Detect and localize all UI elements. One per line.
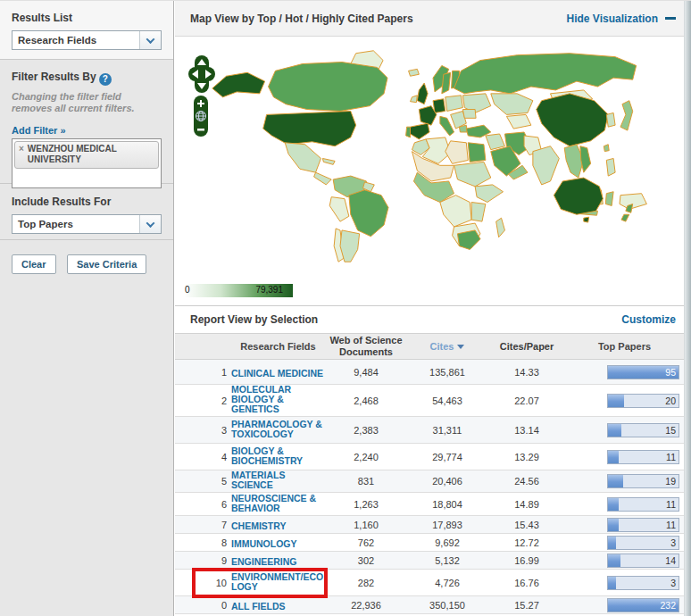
- cites-cell: 31,311: [407, 425, 487, 436]
- add-filter-link[interactable]: Add Filter »: [12, 125, 66, 136]
- map-pan-control[interactable]: [188, 54, 215, 97]
- include-results-select[interactable]: Top Papers: [12, 214, 162, 234]
- cites-cell: 17,893: [407, 520, 487, 530]
- table-body: 1 CLINICAL MEDICINE 9,484 135,861 14.33 …: [175, 360, 691, 614]
- results-list-value: Research Fields: [12, 35, 139, 46]
- docs-cell: 282: [325, 578, 407, 588]
- rank-cell: 7: [182, 520, 227, 530]
- rank-cell: 3: [182, 425, 227, 436]
- docs-cell: 762: [325, 537, 407, 548]
- report-view-title: Report View by Selection: [190, 313, 621, 326]
- docs-cell: 2,468: [325, 395, 407, 406]
- rank-cell: 9: [182, 555, 227, 566]
- cites-paper-cell: 15.27: [487, 600, 566, 611]
- filter-tag[interactable]: × WENZHOU MEDICAL UNIVERSITY: [14, 141, 159, 169]
- field-link[interactable]: PHARMACOLOGY & TOXICOLOGY: [231, 420, 325, 439]
- top-papers-value: 15: [665, 425, 676, 436]
- docs-cell: 2,383: [325, 425, 407, 436]
- chevron-down-icon[interactable]: [139, 215, 161, 233]
- sort-desc-icon: [457, 345, 464, 349]
- cites-paper-cell: 22.07: [487, 395, 566, 406]
- top-papers-bar: 3: [607, 536, 679, 550]
- field-link[interactable]: MATERIALS SCIENCE: [231, 470, 325, 490]
- save-criteria-button[interactable]: Save Criteria: [67, 254, 146, 274]
- col-research-fields[interactable]: Research Fields: [231, 341, 325, 353]
- top-papers-bar: 15: [607, 423, 679, 437]
- cites-paper-cell: 24.56: [487, 476, 566, 487]
- field-link[interactable]: CHEMISTRY: [231, 521, 286, 531]
- chevron-down-icon[interactable]: [139, 31, 161, 49]
- field-link[interactable]: CLINICAL MEDICINE: [231, 369, 323, 379]
- top-papers-bar: 19: [607, 474, 679, 488]
- top-papers-bar: 11: [607, 497, 679, 512]
- map-legend: 0 79,391: [182, 284, 293, 297]
- top-papers-bar: 3: [607, 576, 679, 590]
- cites-cell: 9,692: [407, 537, 487, 548]
- cites-paper-cell: 16.76: [487, 578, 566, 588]
- docs-cell: 302: [325, 555, 407, 566]
- field-link[interactable]: BIOLOGY & BIOCHEMISTRY: [231, 446, 325, 466]
- rank-cell: 1: [182, 367, 227, 378]
- filter-tag-label: WENZHOU MEDICAL UNIVERSITY: [28, 144, 154, 165]
- cites-cell: 5,132: [407, 555, 487, 566]
- help-icon[interactable]: ?: [99, 73, 112, 86]
- top-papers-value: 20: [665, 395, 676, 406]
- filter-by-label: Filter Results By: [12, 71, 96, 83]
- hide-visualization-link[interactable]: Hide Visualization: [567, 12, 676, 25]
- docs-cell: 9,484: [325, 367, 407, 378]
- table-header: Research Fields Web of Science Documents…: [175, 333, 691, 360]
- highlight-box: [192, 568, 328, 598]
- cites-cell: 29,774: [407, 452, 487, 462]
- clear-button[interactable]: Clear: [12, 254, 56, 274]
- cites-cell: 135,861: [407, 367, 487, 378]
- map-zoom-control[interactable]: [194, 96, 208, 140]
- cites-paper-cell: 12.72: [487, 537, 566, 548]
- table-row-highlighted: 10 ENVIRONMENT/ECOLOGY 282 4,726 16.76 3: [175, 570, 691, 596]
- docs-cell: 1,160: [325, 520, 407, 530]
- filter-section: Filter Results By? Changing the filter f…: [0, 60, 173, 184]
- sidebar: Results List Research Fields Filter Resu…: [0, 1, 174, 616]
- table-row: 7 CHEMISTRY 1,160 17,893 15.43 11: [175, 516, 691, 534]
- table-row: 5 MATERIALS SCIENCE 831 20,406 24.56 19: [175, 470, 691, 493]
- rank-cell: 5: [182, 476, 227, 487]
- col-cites-paper[interactable]: Cites/Paper: [487, 341, 566, 353]
- hide-visualization-label: Hide Visualization: [567, 12, 658, 25]
- cites-cell: 20,406: [407, 476, 487, 487]
- include-results-label: Include Results For: [12, 196, 162, 208]
- table-row: 3 PHARMACOLOGY & TOXICOLOGY 2,383 31,311…: [175, 417, 691, 444]
- field-link[interactable]: ALL FIELDS: [231, 602, 285, 612]
- map-view-header: Map View by Top / Hot / Highly Cited Pap…: [175, 1, 691, 37]
- top-papers-bar: 14: [607, 554, 679, 568]
- rank-cell: 4: [182, 452, 227, 462]
- top-papers-bar: 20: [607, 394, 679, 408]
- cites-paper-cell: 15.43: [487, 520, 566, 530]
- field-link[interactable]: NEUROSCIENCE & BEHAVIOR: [231, 494, 325, 513]
- customize-link[interactable]: Customize: [621, 313, 676, 326]
- field-link[interactable]: ENGINEERING: [231, 557, 297, 567]
- top-papers-value: 95: [665, 367, 676, 378]
- world-map[interactable]: [202, 47, 666, 266]
- rank-cell: 8: [182, 537, 227, 548]
- table-row-all-fields: 0 ALL FIELDS 22,936 350,150 15.27 232: [175, 596, 691, 614]
- field-link[interactable]: IMMUNOLOGY: [231, 539, 297, 549]
- legend-min: 0: [185, 285, 190, 295]
- rank-cell: 0: [182, 600, 227, 611]
- top-papers-value: 3: [670, 537, 676, 548]
- results-list-label: Results List: [12, 12, 162, 24]
- top-papers-value: 11: [666, 499, 676, 510]
- remove-filter-icon[interactable]: ×: [19, 144, 24, 165]
- field-link[interactable]: MOLECULAR BIOLOGY & GENETICS: [231, 385, 325, 414]
- col-top-papers[interactable]: Top Papers: [566, 341, 683, 353]
- col-wos-documents[interactable]: Web of Science Documents: [325, 335, 407, 358]
- top-papers-value: 11: [666, 520, 676, 530]
- docs-cell: 831: [325, 476, 407, 487]
- scrollbar[interactable]: [684, 1, 691, 616]
- col-cites[interactable]: Cites: [407, 341, 487, 353]
- top-papers-value: 19: [665, 476, 676, 487]
- top-papers-bar: 95: [607, 365, 679, 379]
- esi-indicators-app: Results List Research Fields Filter Resu…: [0, 0, 691, 616]
- sidebar-actions: Clear Save Criteria: [0, 240, 173, 274]
- results-list-select[interactable]: Research Fields: [12, 30, 162, 50]
- include-results-value: Top Papers: [12, 219, 139, 229]
- filter-box: × WENZHOU MEDICAL UNIVERSITY: [12, 138, 162, 188]
